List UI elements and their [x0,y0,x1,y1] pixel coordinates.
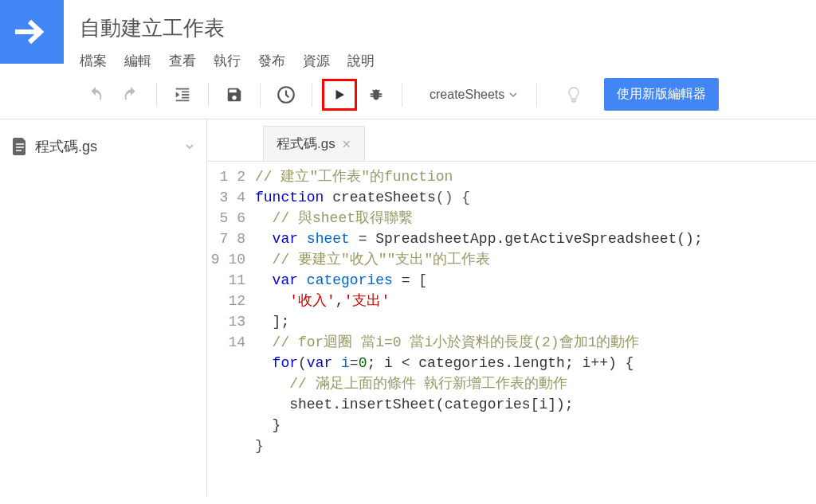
file-icon [13,138,27,155]
play-icon [332,88,347,102]
toolbar-separator [536,83,537,107]
clock-icon [276,84,296,105]
close-icon[interactable]: ✕ [342,138,351,150]
arrow-right-icon [14,14,50,50]
app-logo [0,0,64,64]
chevron-down-icon [186,143,194,150]
menu-run[interactable]: 執行 [214,52,241,70]
new-editor-button[interactable]: 使用新版編輯器 [604,78,719,111]
line-gutter: 1 2 3 4 5 6 7 8 9 10 11 12 13 14 [207,166,255,496]
code-editor[interactable]: 1 2 3 4 5 6 7 8 9 10 11 12 13 14 // 建立"工… [207,162,816,496]
function-selected-label: createSheets [430,88,504,102]
file-name: 程式碼.gs [35,137,97,156]
save-button[interactable] [218,79,250,111]
hints-button[interactable] [558,79,590,111]
debug-button[interactable] [360,79,392,111]
run-button[interactable] [322,79,357,111]
undo-icon [87,86,104,104]
indent-icon [174,86,191,104]
code-content[interactable]: // 建立"工作表"的function function createSheet… [255,166,816,496]
chevron-down-icon [509,91,517,99]
editor-tab[interactable]: 程式碼.gs ✕ [263,126,365,161]
toolbar: createSheets 使用新版編輯器 [0,70,816,119]
toolbar-separator [260,83,261,107]
bug-icon [367,86,385,104]
triggers-button[interactable] [270,79,302,111]
menu-bar: 檔案 編輯 查看 執行 發布 資源 說明 [80,52,816,70]
indent-button[interactable] [167,79,198,111]
toolbar-separator [208,83,209,107]
redo-button[interactable] [115,79,147,111]
sidebar: 程式碼.gs [0,119,207,496]
save-icon [226,86,243,104]
menu-resources[interactable]: 資源 [303,52,330,70]
menu-edit[interactable]: 編輯 [124,52,151,70]
toolbar-separator [156,83,157,107]
function-selector[interactable]: createSheets [420,81,527,108]
lightbulb-icon [564,85,583,104]
project-title[interactable]: 自動建立工作表 [80,14,816,42]
main-area: 程式碼.gs 程式碼.gs ✕ 1 2 3 4 5 6 7 8 9 10 11 … [0,119,816,496]
tab-bar: 程式碼.gs ✕ [207,119,816,162]
toolbar-separator [402,83,402,107]
header: 自動建立工作表 檔案 編輯 查看 執行 發布 資源 說明 [0,0,816,70]
toolbar-separator [312,83,312,107]
menu-view[interactable]: 查看 [169,52,196,70]
editor-area: 程式碼.gs ✕ 1 2 3 4 5 6 7 8 9 10 11 12 13 1… [207,119,816,496]
menu-help[interactable]: 說明 [347,52,375,70]
menu-publish[interactable]: 發布 [258,52,285,70]
menu-file[interactable]: 檔案 [80,52,107,70]
file-item[interactable]: 程式碼.gs [0,129,206,164]
tab-label: 程式碼.gs [277,135,335,153]
undo-button[interactable] [80,79,112,111]
redo-icon [122,86,139,104]
